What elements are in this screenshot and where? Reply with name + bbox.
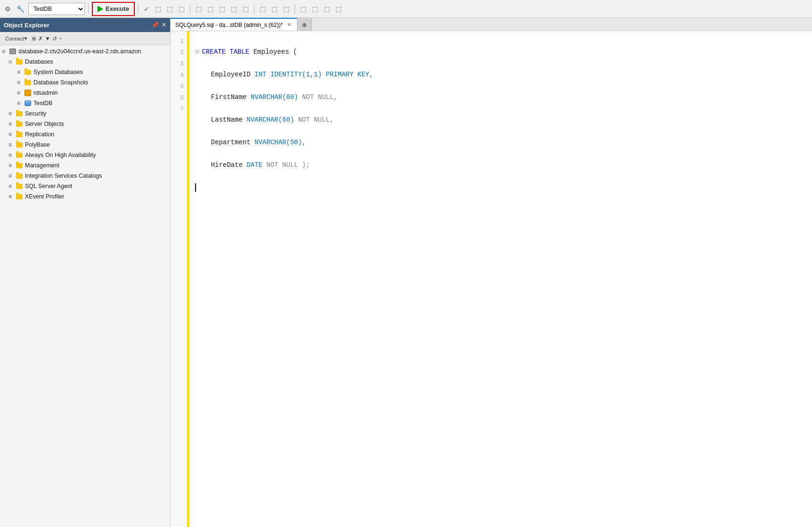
toolbar-icon-12[interactable]: ⬚ xyxy=(270,4,279,14)
tree-item-xevent[interactable]: ⊞ XEvent Profiler xyxy=(0,191,170,202)
tree-item-sql-agent[interactable]: ⊞ SQL Server Agent xyxy=(0,181,170,191)
col-hiredate: HireDate xyxy=(211,161,243,169)
toolbar-icon-3[interactable]: ⬚ xyxy=(153,4,163,14)
tab-close-button[interactable]: ✕ xyxy=(286,22,292,28)
toolbar-icon-1[interactable]: ⚙ xyxy=(3,4,13,14)
polybase-icon xyxy=(15,141,24,148)
toolbar-icon-4[interactable]: ⬚ xyxy=(165,4,175,14)
expand-icon-replication[interactable]: ⊞ xyxy=(8,132,15,137)
code-line-4: LastName NVARCHAR(60) NOT NULL, xyxy=(195,114,806,125)
toolbar-check-icon[interactable]: ✓ xyxy=(142,4,151,14)
type-nvarchar-60-fn: NVARCHAR(60) xyxy=(251,93,298,101)
tree-item-system-databases[interactable]: ⊞ System Databases xyxy=(0,67,170,77)
col-lastname: LastName xyxy=(211,116,243,124)
tree-item-integration[interactable]: ⊞ Integration Services Catalogs xyxy=(0,171,170,181)
col-firstname: FirstName xyxy=(211,93,247,101)
expand-icon-rdsadmin[interactable]: ⊞ xyxy=(17,91,24,95)
toolbar-icon-15[interactable]: ⬚ xyxy=(310,4,320,14)
connect-button[interactable]: Connect▾ xyxy=(3,33,30,44)
type-int: INT xyxy=(254,71,266,78)
system-databases-icon xyxy=(24,68,32,76)
expand-icon-snapshots[interactable]: ⊞ xyxy=(17,80,24,85)
table-keyword: TABLE xyxy=(230,48,249,56)
toolbar-separator-5 xyxy=(295,4,295,14)
tree-item-rdsadmin[interactable]: ⊞ rdsadmin xyxy=(0,88,170,98)
not-null-ln: NOT NULL, xyxy=(298,116,334,124)
integration-label: Integration Services Catalogs xyxy=(25,173,102,179)
rdsadmin-label: rdsadmin xyxy=(33,90,57,96)
expand-icon-testdb[interactable]: ⊞ xyxy=(17,101,24,106)
type-nvarchar-50: NVARCHAR(50), xyxy=(254,139,306,146)
tree-item-testdb[interactable]: ⊞ TestDB xyxy=(0,98,170,108)
tree-item-polybase[interactable]: ⊞ PolyBase xyxy=(0,140,170,150)
toolbar-icon-16[interactable]: ⬚ xyxy=(322,4,332,14)
sql-query-tab[interactable]: SQLQuery5.sql - da...stDB (admin_s (62))… xyxy=(171,18,297,31)
summary-icon[interactable]: ~ xyxy=(59,35,62,42)
replication-label: Replication xyxy=(25,131,54,138)
db-snapshots-label: Database Snapshots xyxy=(33,79,88,86)
expand-icon-server-objects[interactable]: ⊞ xyxy=(8,122,15,126)
add-connection-icon[interactable]: ⊕ xyxy=(32,35,36,42)
execute-label: Execute xyxy=(106,5,129,12)
not-null-hd: NOT NULL ); xyxy=(266,161,310,169)
toolbar-separator-3 xyxy=(190,4,190,14)
tab-bar: SQLQuery5.sql - da...stDB (admin_s (62))… xyxy=(171,18,812,31)
tree-item-always-on[interactable]: ⊞ Always On High Availability xyxy=(0,150,170,160)
collapse-icon[interactable]: ⊟ xyxy=(195,48,199,56)
toolbar-icon-8[interactable]: ⬚ xyxy=(217,4,227,14)
object-explorer-title: Object Explorer xyxy=(4,22,49,29)
col-employeeid: EmployeeID xyxy=(211,71,251,78)
expand-icon-integration[interactable]: ⊞ xyxy=(8,173,15,178)
tree-item-replication[interactable]: ⊞ Replication xyxy=(0,129,170,140)
toolbar-icon-2[interactable]: 🔧 xyxy=(15,4,26,14)
object-explorer-header: Object Explorer 📌 ✕ xyxy=(0,18,170,32)
expand-icon-sql-agent[interactable]: ⊞ xyxy=(8,184,15,189)
tree-item-server[interactable]: ⊞ database-2.ctv2u04ccrxf.us-east-2.rds.… xyxy=(0,46,170,57)
main-layout: Object Explorer 📌 ✕ Connect▾ ⊕ ✗ ▼ ↺ ~ ⊞ xyxy=(0,18,812,527)
refresh-icon[interactable]: ↺ xyxy=(52,35,57,42)
toolbar-icon-13[interactable]: ⬚ xyxy=(281,4,291,14)
server-icon xyxy=(8,48,17,55)
expand-icon-databases[interactable]: ⊟ xyxy=(8,59,15,64)
expand-icon-system-dbs[interactable]: ⊞ xyxy=(17,70,24,74)
toolbar: ⚙ 🔧 TestDB Execute ✓ ⬚ ⬚ ⬚ ⬚ ⬚ ⬚ ⬚ ⬚ ⬚ ⬚… xyxy=(0,0,812,18)
expand-icon-security[interactable]: ⊞ xyxy=(8,111,15,116)
management-label: Management xyxy=(25,162,59,169)
databases-folder-icon xyxy=(15,58,24,66)
create-keyword: CREATE xyxy=(202,48,225,56)
expand-icon-polybase[interactable]: ⊞ xyxy=(8,142,15,147)
toolbar-icon-9[interactable]: ⬚ xyxy=(229,4,239,14)
toolbar-icon-10[interactable]: ⬚ xyxy=(241,4,251,14)
execute-button[interactable]: Execute xyxy=(92,2,135,16)
close-icon[interactable]: ✕ xyxy=(162,22,166,28)
expand-icon-server[interactable]: ⊞ xyxy=(2,49,8,54)
pin-icon[interactable]: 📌 xyxy=(152,22,159,28)
toolbar-separator-1 xyxy=(88,4,89,14)
xevent-icon xyxy=(15,193,24,200)
tree-item-db-snapshots[interactable]: ⊞ Database Snapshots xyxy=(0,77,170,88)
toolbar-icon-7[interactable]: ⬚ xyxy=(205,4,215,14)
expand-icon-xevent[interactable]: ⊞ xyxy=(8,194,15,199)
new-tab-button[interactable]: ⊕ xyxy=(297,18,312,31)
expand-icon-always-on[interactable]: ⊞ xyxy=(8,153,15,157)
tree-item-databases[interactable]: ⊟ Databases xyxy=(0,57,170,67)
disconnect-icon[interactable]: ✗ xyxy=(38,35,43,42)
type-date: DATE xyxy=(246,161,262,169)
toolbar-icon-17[interactable]: ⬚ xyxy=(334,4,344,14)
expand-icon-management[interactable]: ⊞ xyxy=(8,163,15,168)
tree-item-server-objects[interactable]: ⊞ Server Objects xyxy=(0,119,170,129)
col-department: Department xyxy=(211,139,251,146)
toolbar-icon-5[interactable]: ⬚ xyxy=(177,4,187,14)
filter-icon[interactable]: ▼ xyxy=(45,35,50,42)
toolbar-icon-11[interactable]: ⬚ xyxy=(258,4,268,14)
code-line-7 xyxy=(195,182,806,193)
toolbar-icon-6[interactable]: ⬚ xyxy=(194,4,204,14)
database-selector[interactable]: TestDB xyxy=(28,3,85,15)
code-editor[interactable]: 1 2 3 4 5 6 7 ⊟CREATE TABLE Employees ( … xyxy=(171,31,812,527)
always-on-label: Always On High Availability xyxy=(25,152,96,158)
tree-item-security[interactable]: ⊞ Security xyxy=(0,108,170,119)
security-label: Security xyxy=(25,110,46,117)
tree-item-management[interactable]: ⊞ Management xyxy=(0,160,170,171)
toolbar-icon-14[interactable]: ⬚ xyxy=(298,4,308,14)
code-content[interactable]: ⊟CREATE TABLE Employees ( EmployeeID INT… xyxy=(189,31,812,527)
